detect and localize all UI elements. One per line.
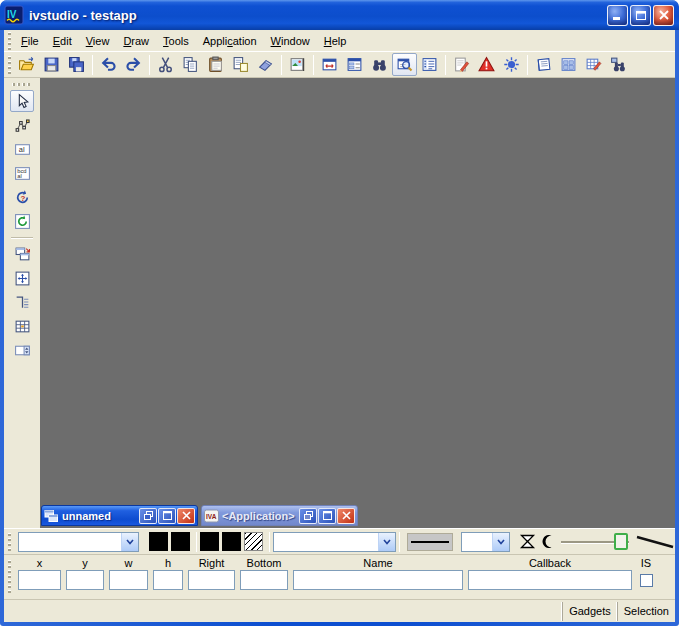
background-color-swatch[interactable]: [171, 532, 190, 551]
bottom-field[interactable]: [240, 570, 288, 590]
find-button[interactable]: [367, 53, 392, 76]
close-icon: [659, 10, 669, 20]
fill-color-swatch[interactable]: [200, 532, 219, 551]
edit-source-button[interactable]: [449, 53, 474, 76]
y-field[interactable]: [66, 570, 104, 590]
test-interface-button[interactable]: [317, 53, 342, 76]
menu-item-edit[interactable]: Edit: [46, 32, 79, 50]
open-button[interactable]: [14, 53, 39, 76]
find-component-button[interactable]: [606, 53, 631, 76]
menu-item-help[interactable]: Help: [317, 32, 354, 50]
combo-dropdown-button[interactable]: [378, 533, 395, 551]
table-tool-button[interactable]: [10, 315, 34, 337]
cut-button[interactable]: [153, 53, 178, 76]
restore-icon: [144, 511, 153, 520]
thickness-slider[interactable]: [559, 532, 631, 552]
border-color-swatch[interactable]: [222, 532, 241, 551]
text-tool-button[interactable]: bcdal: [10, 162, 34, 184]
select-tool-button[interactable]: [10, 90, 34, 112]
svg-text:al: al: [17, 173, 22, 179]
column-icon: [14, 294, 31, 311]
eraser-button[interactable]: [253, 53, 278, 76]
grid-editor-button[interactable]: [556, 53, 581, 76]
spinbox-tool-button[interactable]: [10, 339, 34, 361]
mdi-restore-button[interactable]: [299, 508, 317, 524]
is-checkbox[interactable]: [640, 574, 653, 587]
toolbar-separator: [527, 55, 528, 75]
right-field[interactable]: [188, 570, 235, 590]
inspect-button[interactable]: [392, 53, 417, 76]
error-button[interactable]: [474, 53, 499, 76]
interaction-tool-button[interactable]: ?: [10, 186, 34, 208]
column-tool-button[interactable]: [10, 291, 34, 313]
menu-item-draw[interactable]: Draw: [116, 32, 156, 50]
mdi-maximize-button[interactable]: [158, 508, 176, 524]
image-button[interactable]: [285, 53, 310, 76]
bowtie-icon[interactable]: [519, 534, 536, 549]
gadget-class-combo[interactable]: [18, 532, 139, 552]
foreground-color-swatch[interactable]: [149, 532, 168, 551]
w-field[interactable]: [109, 570, 148, 590]
mdi-close-button[interactable]: [337, 508, 355, 524]
canvas[interactable]: unnamed IVA <Application>: [40, 78, 675, 528]
pattern-swatch[interactable]: [244, 532, 263, 551]
outline-button[interactable]: [417, 53, 442, 76]
combo-dropdown-button[interactable]: [492, 533, 509, 551]
titlebar[interactable]: IV ivstudio - testapp: [0, 0, 679, 30]
callback-field[interactable]: [468, 570, 632, 590]
menu-item-application[interactable]: Application: [196, 32, 264, 50]
mdi-window-title: unnamed: [62, 510, 138, 522]
attribute-combo[interactable]: [273, 532, 396, 552]
menubar-gripper[interactable]: [8, 32, 11, 50]
line-style-swatch[interactable]: [407, 533, 453, 551]
toolbar-gripper[interactable]: [8, 56, 11, 74]
grid-editor-icon: [560, 56, 577, 73]
maximize-button[interactable]: [630, 5, 651, 26]
h-field[interactable]: [153, 570, 183, 590]
redo-button[interactable]: [121, 53, 146, 76]
refresh-tool-button[interactable]: [10, 210, 34, 232]
cascade-windows-tool-button[interactable]: [10, 243, 34, 265]
crescent-icon[interactable]: [541, 534, 555, 549]
combo-dropdown-button[interactable]: [121, 533, 138, 551]
mdi-restore-button[interactable]: [139, 508, 157, 524]
menu-item-file[interactable]: File: [14, 32, 46, 50]
format-toolbar-gripper[interactable]: [8, 533, 11, 551]
close-icon: [182, 511, 191, 520]
text-icon: bcdal: [14, 165, 31, 182]
label-icon: al: [14, 141, 31, 158]
save-button[interactable]: [39, 53, 64, 76]
resize-window-tool-button[interactable]: [10, 267, 34, 289]
label-tool-button[interactable]: al: [10, 138, 34, 160]
paste-selection-button[interactable]: [228, 53, 253, 76]
save-all-button[interactable]: [64, 53, 89, 76]
toolbox-gripper[interactable]: [12, 83, 32, 86]
edit-table-icon: [585, 56, 602, 73]
edit-table-button[interactable]: [581, 53, 606, 76]
name-field[interactable]: [293, 570, 463, 590]
form-editor-button[interactable]: [342, 53, 367, 76]
combo-value: [462, 533, 493, 551]
polyline-tool-button[interactable]: [10, 114, 34, 136]
minimize-button[interactable]: [607, 5, 628, 26]
close-button[interactable]: [653, 5, 674, 26]
menu-item-window[interactable]: Window: [264, 32, 317, 50]
mdi-maximize-button[interactable]: [318, 508, 336, 524]
geometry-toolbar-gripper[interactable]: [8, 560, 11, 594]
debug-button[interactable]: [499, 53, 524, 76]
notebook-button[interactable]: [531, 53, 556, 76]
undo-button[interactable]: [96, 53, 121, 76]
menu-item-tools[interactable]: Tools: [156, 32, 196, 50]
line-width-combo[interactable]: [461, 532, 511, 552]
menu-item-view[interactable]: View: [79, 32, 117, 50]
mdi-window-unnamed[interactable]: unnamed: [41, 505, 198, 526]
main-area: al bcdal ? unnamed: [4, 78, 675, 528]
mdi-close-button[interactable]: [177, 508, 195, 524]
copy-button[interactable]: [178, 53, 203, 76]
format-toolbar: [4, 528, 675, 554]
w-label: w: [125, 556, 133, 570]
slider-handle[interactable]: [614, 533, 628, 550]
mdi-window-application[interactable]: IVA <Application>: [201, 505, 358, 526]
paste-button[interactable]: [203, 53, 228, 76]
x-field[interactable]: [18, 570, 61, 590]
